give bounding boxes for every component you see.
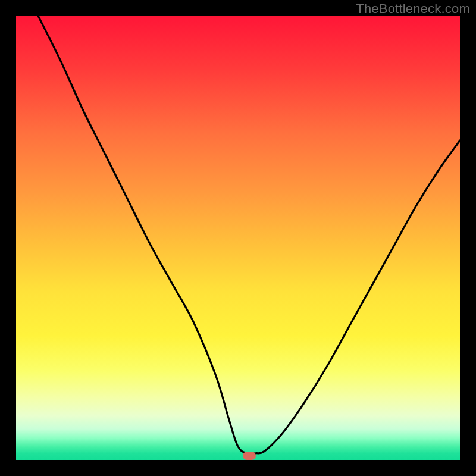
minimum-marker [243, 452, 256, 460]
plot-area [16, 16, 460, 460]
bottleneck-curve [16, 16, 460, 460]
chart-frame: TheBottleneck.com [0, 0, 476, 476]
curve-path [38, 16, 460, 454]
watermark-text: TheBottleneck.com [356, 1, 470, 17]
